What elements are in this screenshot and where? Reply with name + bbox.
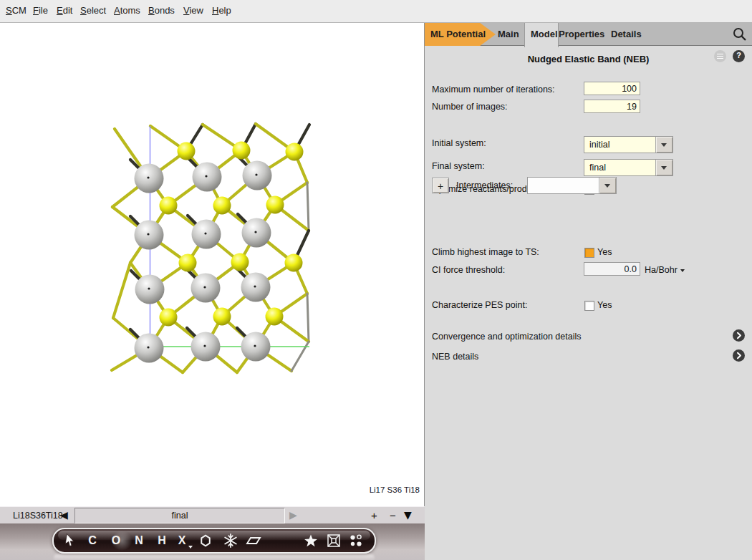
atom-s[interactable]	[286, 143, 304, 161]
dropdown-caret-icon	[188, 546, 193, 549]
atom-s[interactable]	[213, 197, 231, 215]
atom-s[interactable]	[285, 254, 303, 272]
fragments-tool[interactable]	[348, 529, 364, 552]
menu-item-file[interactable]: File	[33, 5, 48, 16]
molecule-viewer[interactable]: Li17 S36 Ti18	[0, 23, 425, 506]
molecule-canvas[interactable]	[0, 23, 424, 506]
num-images-input[interactable]	[584, 100, 640, 113]
bond[interactable]	[307, 183, 309, 231]
atom-s[interactable]	[160, 197, 178, 215]
menu-item-select[interactable]: Select	[80, 5, 106, 16]
atom-s[interactable]	[233, 142, 251, 160]
bond-end-dot	[148, 287, 150, 289]
star-icon	[303, 533, 319, 549]
max-iterations-label: Maximum number of iterations:	[432, 85, 555, 95]
atom-s[interactable]	[179, 254, 197, 272]
atom-s[interactable]	[231, 254, 249, 271]
characterize-checkbox[interactable]	[584, 301, 594, 311]
detail-link-0[interactable]: Convergence and optimization details	[432, 332, 581, 342]
bond-end-dot	[204, 232, 206, 234]
detail-link-1[interactable]: NEB details	[432, 352, 478, 362]
max-iterations-input[interactable]	[584, 82, 640, 95]
hydrogen-tool[interactable]: H	[154, 529, 170, 552]
ci-threshold-unit[interactable]: Ha/Bohr	[645, 265, 685, 275]
add-intermediate-button[interactable]: +	[432, 178, 449, 193]
frame-name-label: final	[75, 508, 284, 523]
frame-slider-field[interactable]: final	[74, 508, 285, 523]
prev-frame-button[interactable]: ◀	[60, 509, 68, 521]
tool-label: O	[112, 534, 120, 546]
select-tool[interactable]	[62, 529, 77, 552]
atom-s[interactable]	[160, 309, 178, 327]
menu-item-scm[interactable]: SCM	[6, 5, 26, 16]
ci-threshold-label: CI force threshold:	[432, 265, 505, 275]
bond-end-dot	[254, 231, 256, 233]
frame-menu-button[interactable]: ▼	[404, 509, 412, 521]
intermediates-select[interactable]	[527, 177, 617, 194]
next-frame-button[interactable]: ▶	[289, 509, 297, 521]
final-system-select[interactable]: final	[584, 159, 673, 176]
bond-end-dot	[254, 285, 256, 287]
bond-end-dot	[205, 175, 207, 177]
menu-item-bonds[interactable]: Bonds	[148, 5, 175, 16]
bond[interactable]	[291, 342, 309, 371]
atom-s[interactable]	[266, 308, 284, 326]
num-images-label: Number of images:	[432, 102, 508, 112]
crystal-tool[interactable]	[223, 529, 238, 552]
snowflake-icon	[223, 533, 238, 549]
characterize-label: Characterize PES point:	[432, 300, 527, 310]
plane-tool[interactable]	[246, 529, 261, 552]
chevron-down-icon[interactable]	[599, 178, 616, 193]
initial-system-select[interactable]: initial	[584, 136, 673, 153]
atom-s[interactable]	[213, 308, 231, 326]
ring-tool[interactable]	[198, 529, 213, 552]
chevron-right-icon[interactable]	[733, 349, 745, 362]
oxygen-tool[interactable]: O	[108, 529, 124, 552]
intermediates-label: Intermediates:	[456, 180, 513, 190]
tool-strip: CONHX	[0, 523, 425, 560]
chevron-right-icon[interactable]	[733, 329, 745, 342]
tab-model[interactable]: Model	[524, 23, 559, 47]
tab-details[interactable]: Details	[611, 29, 642, 39]
element-x-tool[interactable]: X	[174, 529, 190, 552]
ci-threshold-input[interactable]	[584, 262, 640, 276]
climb-checkbox[interactable]	[584, 248, 594, 258]
menu-item-atoms[interactable]: Atoms	[114, 5, 140, 16]
atom-s[interactable]	[178, 143, 196, 160]
panel-menu-icon[interactable]	[714, 50, 726, 62]
chevron-down-icon[interactable]	[655, 160, 673, 175]
bond[interactable]	[113, 263, 130, 318]
carbon-tool[interactable]: C	[85, 529, 100, 552]
bond-end-dot	[147, 233, 149, 235]
bond[interactable]	[307, 294, 309, 342]
tab-ml-potential[interactable]: ML Potential	[425, 23, 496, 46]
bond-end-dot	[255, 173, 257, 175]
tool-label: X	[178, 534, 186, 546]
bond-end-dot	[203, 344, 206, 347]
menu-item-view[interactable]: View	[183, 5, 203, 16]
final-system-label: Final system:	[432, 161, 485, 171]
initial-system-value: initial	[589, 140, 610, 150]
cell-tool[interactable]	[326, 529, 342, 552]
nitrogen-tool[interactable]: N	[131, 529, 147, 552]
climb-label: Climb highest image to TS:	[432, 247, 539, 257]
zoom-in-button[interactable]: +	[371, 509, 377, 521]
tool-capsule: CONHX	[52, 528, 376, 554]
menu-item-edit[interactable]: Edit	[57, 5, 72, 16]
menu-item-help[interactable]: Help	[212, 5, 231, 16]
search-icon[interactable]	[731, 26, 748, 43]
bond-end-dot	[147, 176, 149, 178]
tool-label: C	[88, 534, 97, 546]
formula-label: Li17 S36 Ti18	[370, 486, 420, 494]
help-icon[interactable]: ?	[733, 50, 745, 62]
atom-s[interactable]	[266, 196, 284, 214]
neb-panel: ML Potential Main Model Properties Detai…	[425, 23, 752, 560]
chevron-down-icon[interactable]	[655, 137, 673, 153]
final-system-value: final	[589, 163, 606, 173]
parallelogram-icon	[246, 533, 261, 549]
tab-main[interactable]: Main	[498, 29, 519, 39]
zoom-out-button[interactable]: −	[390, 509, 396, 521]
unit-caret-icon	[680, 269, 685, 272]
favorites-tool[interactable]	[303, 529, 319, 552]
tab-properties[interactable]: Properties	[559, 29, 604, 39]
